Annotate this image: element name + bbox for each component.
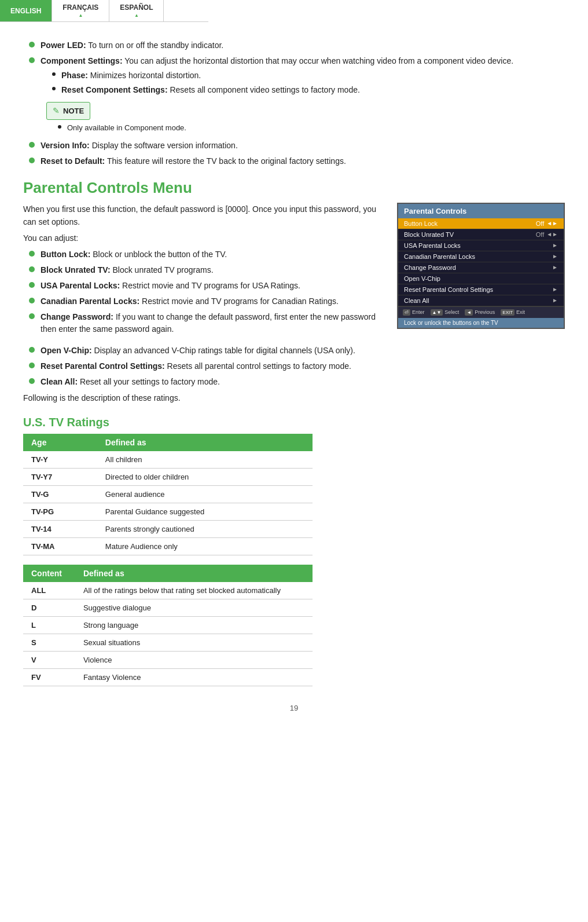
table-row: L Strong language <box>23 617 313 634</box>
sub-bullets: Phase: Minimizes horizontal distortion. … <box>41 69 565 96</box>
definition-value: Parents strongly cautioned <box>97 521 313 538</box>
age-value: TV-MA <box>23 538 97 555</box>
lang-english-label: ENGLISH <box>10 7 41 15</box>
parental-layout: When you first use this function, the de… <box>23 203 565 339</box>
component-settings-bold: Component Settings: <box>41 56 123 65</box>
bullet-dot <box>29 57 35 63</box>
page-number: 19 <box>23 704 565 712</box>
parental-intro1: When you first use this function, the de… <box>23 203 385 229</box>
table-row: V Violence <box>23 652 313 669</box>
bullet-dot <box>29 313 35 319</box>
definition-value: All children <box>97 451 313 469</box>
tv-ui-row-change-pwd: Change Password ► <box>398 262 564 273</box>
content-definition: Suggestive dialogue <box>75 599 313 617</box>
sub-dot <box>58 125 61 129</box>
table-row: TV-Y All children <box>23 451 313 469</box>
note-item: Only available in Component mode. <box>58 122 565 134</box>
power-led-text: Power LED: To turn on or off the standby… <box>41 39 565 52</box>
reset-default-text: Reset to Default: This feature will rest… <box>41 155 565 167</box>
note-content: Only available in Component mode. <box>41 122 565 134</box>
content-ratings-table: Content Defined as ALL All of the rating… <box>23 565 313 686</box>
definition-value: Directed to older children <box>97 469 313 486</box>
table-row: S Sexual situations <box>23 634 313 652</box>
sub-dot <box>52 87 56 90</box>
content-definition: Violence <box>75 652 313 669</box>
content-value: V <box>23 652 75 669</box>
age-value: TV-Y7 <box>23 469 97 486</box>
definition-value: General audience <box>97 486 313 503</box>
sub-bullet-phase: Phase: Minimizes horizontal distortion. <box>52 69 565 82</box>
content-definition: Sexual situations <box>75 634 313 652</box>
bullet-clean-all: Clean All: Reset all your settings to fa… <box>23 376 565 388</box>
tv-ui-row-clean-all: Clean All ► <box>398 295 564 306</box>
content-definition: Fantasy Violence <box>75 669 313 686</box>
bullet-dot <box>29 42 35 47</box>
age-ratings-table: Age Defined as TV-Y All children TV-Y7 D… <box>23 434 313 555</box>
lang-espanol-label: ESPAÑOL <box>120 3 153 12</box>
content-value: D <box>23 599 75 617</box>
lang-espanol[interactable]: ESPAÑOL ▲ <box>109 0 164 21</box>
bullet-power-led: Power LED: To turn on or off the standby… <box>23 39 565 52</box>
content-value: ALL <box>23 582 75 599</box>
tv-ui-mockup: Parental Controls Button Lock Off ◄► Blo… <box>397 203 565 329</box>
table-row: FV Fantasy Violence <box>23 669 313 686</box>
tv-ui-row-usa: USA Parental Locks ► <box>398 240 564 251</box>
age-value: TV-G <box>23 486 97 503</box>
content-col-header: Content <box>23 565 75 582</box>
content-value: S <box>23 634 75 652</box>
age-col-header: Age <box>23 434 97 451</box>
bullet-block-unrated: Block Unrated TV: Block unrated TV progr… <box>23 264 385 276</box>
parental-intro2: You can adjust: <box>23 232 385 244</box>
tv-ui-row-block-unrated: Block Unrated TV Off ◄► <box>398 229 564 240</box>
bullet-dot <box>29 363 35 368</box>
content-definition: All of the ratings below that rating set… <box>75 582 313 599</box>
table-row: TV-14 Parents strongly cautioned <box>23 521 313 538</box>
lang-francais-label: FRANÇAIS <box>63 3 98 12</box>
bullet-dot <box>29 282 35 288</box>
lang-english[interactable]: ENGLISH <box>0 0 52 21</box>
bullet-version-info: Version Info: Display the software versi… <box>23 140 565 152</box>
bullet-usa-locks: USA Parental Locks: Restrict movie and T… <box>23 280 385 292</box>
lang-francais[interactable]: FRANÇAIS ▲ <box>52 0 109 21</box>
age-value: TV-Y <box>23 451 97 469</box>
bullet-open-vchip: Open V-Chip: Display an advanced V-Chip … <box>23 345 565 357</box>
parental-right: Parental Controls Button Lock Off ◄► Blo… <box>397 203 565 339</box>
tv-ui-row-vchip: Open V-Chip <box>398 273 564 284</box>
content-value: L <box>23 617 75 634</box>
bullet-dot <box>29 266 35 272</box>
table-row: ALL All of the ratings below that rating… <box>23 582 313 599</box>
table-row: TV-PG Parental Guidance suggested <box>23 503 313 521</box>
tv-ui-row-reset-parental: Reset Parental Control Settings ► <box>398 284 564 295</box>
note-icon: ✎ <box>53 105 60 117</box>
bullet-button-lock: Button Lock: Block or unblock the button… <box>23 248 385 261</box>
sub-dot <box>52 72 56 76</box>
table-row: TV-Y7 Directed to older children <box>23 469 313 486</box>
following-text: Following is the description of these ra… <box>23 392 565 404</box>
bullet-dot <box>29 378 35 384</box>
defined-as-col-header2: Defined as <box>75 565 313 582</box>
francais-arrow: ▲ <box>78 13 83 18</box>
bullet-dot <box>29 251 35 257</box>
language-bar: ENGLISH FRANÇAIS ▲ ESPAÑOL ▲ <box>0 0 208 22</box>
bullet-dot <box>29 158 35 163</box>
table-row: TV-G General audience <box>23 486 313 503</box>
component-settings-text: Component Settings: You can adjust the h… <box>41 55 565 136</box>
bullet-component-settings: Component Settings: You can adjust the h… <box>23 55 565 136</box>
bullet-reset-default: Reset to Default: This feature will rest… <box>23 155 565 167</box>
age-value: TV-14 <box>23 521 97 538</box>
note-label: NOTE <box>63 105 84 117</box>
sub-bullet-reset-component: Reset Component Settings: Resets all com… <box>52 84 565 96</box>
note-box: ✎ NOTE <box>46 102 90 120</box>
bullet-reset-parental: Reset Parental Control Settings: Resets … <box>23 360 565 372</box>
parental-controls-heading: Parental Controls Menu <box>23 179 565 197</box>
table-row: D Suggestive dialogue <box>23 599 313 617</box>
main-content: Power LED: To turn on or off the standby… <box>0 22 588 736</box>
content-definition: Strong language <box>75 617 313 634</box>
tv-ui-title: Parental Controls <box>398 204 564 218</box>
table-row: TV-MA Mature Audience only <box>23 538 313 555</box>
bullet-change-password: Change Password: If you want to change t… <box>23 311 385 335</box>
tv-ui-row-button-lock: Button Lock Off ◄► <box>398 218 564 229</box>
content-value: FV <box>23 669 75 686</box>
age-value: TV-PG <box>23 503 97 521</box>
tv-ui-row-canadian: Canadian Parental Locks ► <box>398 251 564 262</box>
